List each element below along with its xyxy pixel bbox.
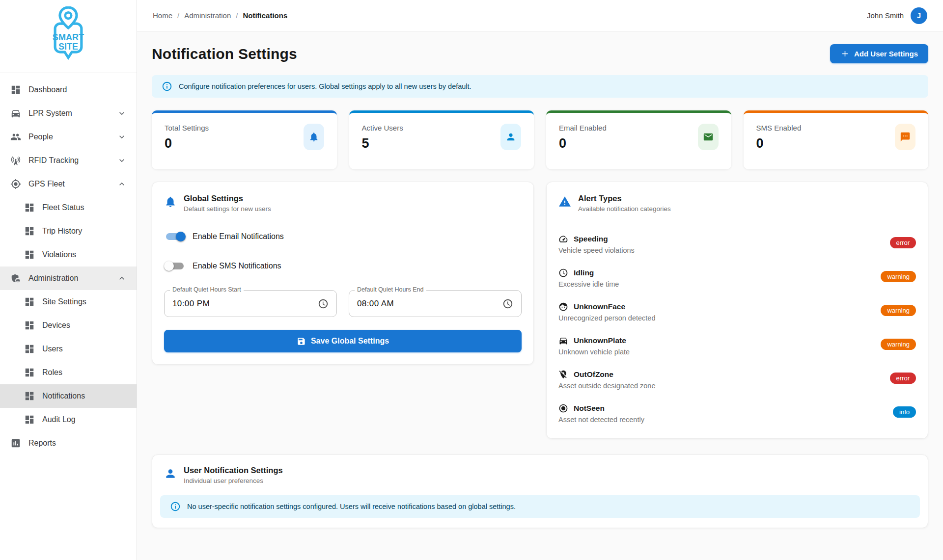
- page-content: Notification Settings Add User Settings …: [137, 31, 943, 560]
- alert-types-title: Alert Types: [578, 194, 671, 203]
- chevron-up-icon: [117, 273, 127, 283]
- dashboard-icon: [24, 225, 35, 237]
- alert-description: Unrecognized person detected: [558, 314, 656, 322]
- stat-card-sms-enabled: SMS Enabled0: [744, 110, 929, 169]
- save-icon: [297, 337, 306, 346]
- sidebar-item-lpr-system[interactable]: LPR System: [0, 102, 137, 125]
- car-icon: [10, 107, 22, 119]
- toggle-enable-sms-notifications[interactable]: Enable SMS Notifications: [164, 260, 522, 272]
- alert-type-speeding: SpeedingVehicle speed violationserror: [558, 234, 916, 254]
- sidebar-item-trip-history[interactable]: Trip History: [0, 219, 137, 243]
- alert-name: Speeding: [574, 235, 608, 243]
- face-icon: [558, 302, 568, 312]
- alert-description: Asset outside designated zone: [558, 382, 656, 390]
- alert-type-notseen: NotSeenAsset not detected recentlyinfo: [558, 403, 916, 424]
- sidebar-item-devices[interactable]: Devices: [0, 314, 137, 337]
- dashboard-icon: [24, 249, 35, 261]
- field-value: 10:00 PM: [172, 299, 210, 309]
- gps-icon: [10, 178, 22, 190]
- dashboard-icon: [24, 367, 35, 378]
- alert-name: Idling: [574, 268, 594, 277]
- stat-label: Email Enabled: [559, 124, 607, 132]
- time-field-default-quiet-hours-end[interactable]: Default Quiet Hours End08:00 AM: [349, 290, 522, 317]
- sidebar-item-label: LPR System: [28, 109, 72, 118]
- car-icon: [558, 336, 568, 346]
- add-user-settings-button[interactable]: Add User Settings: [830, 44, 928, 63]
- smart-site-logo-icon: SMART SITE: [43, 6, 94, 66]
- sidebar-item-users[interactable]: Users: [0, 337, 137, 361]
- bell-icon: [164, 195, 177, 213]
- stats-row: Total Settings0Active Users5Email Enable…: [152, 110, 928, 169]
- clock-icon[interactable]: [318, 298, 329, 309]
- sidebar-item-dashboard[interactable]: Dashboard: [0, 78, 137, 102]
- toggle-enable-email-notifications[interactable]: Enable Email Notifications: [164, 230, 522, 243]
- clock-icon[interactable]: [502, 298, 513, 309]
- alert-description: Asset not detected recently: [558, 416, 644, 424]
- sidebar-item-label: Notifications: [42, 392, 85, 400]
- breadcrumb-administration[interactable]: Administration: [184, 11, 231, 20]
- info-icon: [162, 81, 172, 92]
- reports-icon: [10, 437, 22, 449]
- severity-badge-error: error: [890, 373, 916, 384]
- dashboard-icon: [24, 414, 35, 426]
- alert-name: OutOfZone: [574, 370, 613, 379]
- severity-badge-error: error: [890, 237, 916, 248]
- time-field-default-quiet-hours-start[interactable]: Default Quiet Hours Start10:00 PM: [164, 290, 337, 317]
- dashboard-icon: [24, 390, 35, 402]
- dashboard-icon: [24, 296, 35, 308]
- alert-name: UnknownFace: [574, 302, 625, 311]
- alert-description: Excessive idle time: [558, 280, 619, 288]
- plus-icon: [840, 49, 850, 58]
- switch-on[interactable]: [164, 231, 186, 242]
- sidebar-item-roles[interactable]: Roles: [0, 361, 137, 384]
- toggle-label: Enable Email Notifications: [193, 232, 284, 241]
- sidebar-item-label: People: [28, 133, 53, 141]
- sidebar-item-administration[interactable]: Administration: [0, 267, 137, 290]
- alert-type-unknownplate: UnknownPlateUnknown vehicle platewarning: [558, 336, 916, 356]
- stat-card-total-settings: Total Settings0: [152, 110, 337, 169]
- switch-off[interactable]: [164, 260, 186, 272]
- chevron-down-icon: [117, 156, 127, 165]
- breadcrumb-home[interactable]: Home: [153, 11, 172, 20]
- sidebar-item-label: Audit Log: [42, 415, 76, 424]
- breadcrumb-separator: /: [236, 11, 238, 20]
- sidebar-item-site-settings[interactable]: Site Settings: [0, 290, 137, 314]
- stat-label: Active Users: [362, 124, 403, 132]
- sidebar: SMART SITE DashboardLPR SystemPeopleRFID…: [0, 0, 137, 560]
- sidebar-item-reports[interactable]: Reports: [0, 431, 137, 455]
- sidebar-item-label: Dashboard: [28, 85, 67, 94]
- sidebar-item-label: Site Settings: [42, 297, 86, 306]
- sidebar-item-label: RFID Tracking: [28, 156, 79, 165]
- sidebar-item-label: Reports: [28, 439, 56, 448]
- field-label: Default Quiet Hours Start: [170, 286, 244, 293]
- toggle-label: Enable SMS Notifications: [193, 262, 281, 270]
- user-settings-title: User Notification Settings: [184, 466, 283, 475]
- sidebar-menu: DashboardLPR SystemPeopleRFID TrackingGP…: [0, 73, 137, 455]
- severity-badge-info: info: [893, 406, 916, 418]
- chevron-up-icon: [117, 179, 127, 189]
- sidebar-item-label: Roles: [42, 368, 62, 377]
- topbar: Home/Administration/Notifications John S…: [137, 0, 943, 31]
- sidebar-item-label: Users: [42, 345, 63, 353]
- stat-value: 0: [756, 136, 802, 151]
- save-global-settings-button[interactable]: Save Global Settings: [164, 330, 522, 352]
- person-icon: [164, 467, 177, 484]
- empty-state-banner: No user-specific notification settings c…: [160, 495, 920, 518]
- main-area: Home/Administration/Notifications John S…: [137, 0, 943, 560]
- svg-text:SMART: SMART: [53, 32, 84, 42]
- sidebar-item-fleet-status[interactable]: Fleet Status: [0, 196, 137, 219]
- sidebar-item-label: Trip History: [42, 227, 82, 236]
- svg-text:SITE: SITE: [58, 42, 78, 52]
- sidebar-item-rfid-tracking[interactable]: RFID Tracking: [0, 149, 137, 172]
- avatar[interactable]: J: [911, 7, 927, 24]
- dashboard-icon: [24, 343, 35, 355]
- app-logo: SMART SITE: [0, 0, 137, 73]
- sidebar-item-notifications[interactable]: Notifications: [0, 384, 137, 408]
- alert-name: UnknownPlate: [574, 336, 626, 345]
- stat-value: 5: [362, 136, 403, 151]
- sidebar-item-audit-log[interactable]: Audit Log: [0, 408, 137, 431]
- sidebar-item-violations[interactable]: Violations: [0, 243, 137, 267]
- sidebar-item-label: Administration: [28, 274, 78, 283]
- sidebar-item-people[interactable]: People: [0, 125, 137, 149]
- sidebar-item-gps-fleet[interactable]: GPS Fleet: [0, 172, 137, 196]
